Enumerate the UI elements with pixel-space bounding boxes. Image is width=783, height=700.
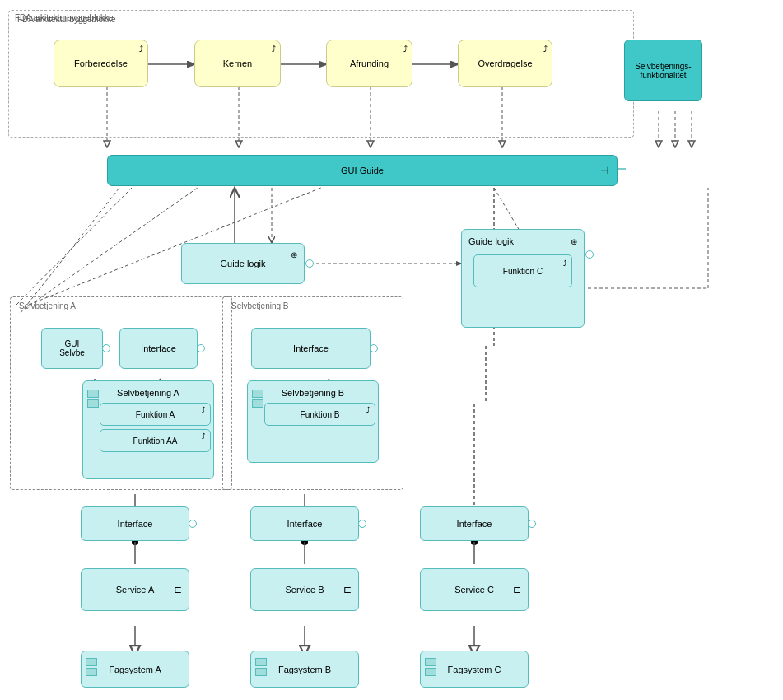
interface-a-box: Interface bbox=[119, 328, 198, 369]
interface-bottom-c-box: Interface bbox=[420, 506, 529, 541]
service-b-label: Service B bbox=[285, 585, 324, 595]
fagsystem-a-box: Fagsystem A bbox=[81, 651, 189, 688]
service-a-label: Service A bbox=[116, 585, 154, 595]
interface-b-box: Interface bbox=[251, 328, 371, 369]
interface-bottom-a-box: Interface bbox=[81, 506, 189, 541]
selvbetjening-b-container-label: Selvbetjening B bbox=[231, 301, 289, 310]
afrunding-box: Afrunding ⤴ bbox=[326, 40, 412, 87]
service-c-label: Service C bbox=[454, 585, 494, 595]
interface-bottom-b-label: Interface bbox=[287, 519, 323, 529]
funktion-b-box: Funktion B ⤴ bbox=[264, 403, 375, 426]
svg-line-36 bbox=[16, 188, 132, 305]
funktion-b-label: Funktion B bbox=[301, 410, 340, 419]
afrunding-label: Afrunding bbox=[350, 58, 389, 68]
selvbetjenings-box: Selvbetjenings- funktionalitet bbox=[624, 40, 702, 101]
svg-line-37 bbox=[25, 188, 198, 309]
interface-bottom-b-box: Interface bbox=[250, 506, 359, 541]
fagsystem-b-box: Fagsystem B bbox=[250, 651, 359, 688]
gui-selvbe-box: GUI Selvbe bbox=[41, 328, 103, 369]
interface-bottom-a-label: Interface bbox=[118, 519, 153, 529]
forberedelse-box: Forberedelse ⤴ bbox=[54, 40, 148, 87]
svg-line-35 bbox=[21, 188, 119, 313]
selvbetjening-a-inner-box: Selvbetjening A Funktion A ⤴ Funktion AA… bbox=[82, 380, 214, 479]
fagsystem-c-label: Fagsystem C bbox=[448, 665, 501, 674]
overdragelse-box: Overdragelse ⤴ bbox=[458, 40, 552, 87]
forberedelse-label: Forberedelse bbox=[74, 58, 128, 68]
selvbetjening-a-container-label: Selvbetjening A bbox=[19, 301, 76, 310]
funktion-aa-label: Funktion AA bbox=[133, 436, 178, 446]
interface-bottom-c-label: Interface bbox=[457, 519, 492, 529]
funktion-a-label: Funktion A bbox=[136, 410, 175, 419]
service-a-box: Service A ⊏ bbox=[81, 568, 189, 611]
fagsystem-c-box: Fagsystem C bbox=[420, 651, 529, 688]
guide-logik-b-label: Guide logik bbox=[468, 236, 514, 246]
fagsystem-a-label: Fagsystem A bbox=[109, 665, 161, 674]
interface-b-label: Interface bbox=[293, 343, 329, 353]
gui-guide-box: GUI Guide ⊣ bbox=[107, 155, 618, 186]
funktion-c-label: Funktion C bbox=[503, 267, 543, 276]
funktion-c-box: Funktion C ⤴ bbox=[473, 254, 572, 287]
gui-selvbe-label: GUI Selvbe bbox=[59, 339, 85, 357]
interface-a-label: Interface bbox=[141, 343, 176, 353]
overdragelse-label: Overdragelse bbox=[478, 58, 532, 68]
kernen-box: Kernen ⤴ bbox=[194, 40, 281, 87]
service-b-box: Service B ⊏ bbox=[250, 568, 359, 611]
canvas: FDA arkitekturbyggeblokke Forberedelse ⤴… bbox=[0, 0, 783, 700]
selvbetjening-b-inner-label: Selvbetjening B bbox=[282, 388, 344, 398]
funktion-aa-box: Funktion AA ⤴ bbox=[100, 429, 211, 452]
gui-guide-label: GUI Guide bbox=[341, 166, 384, 175]
guide-logik-a-label: Guide logik bbox=[220, 259, 265, 268]
guide-logik-b-box: Guide logik ⊛ Funktion C ⤴ bbox=[461, 229, 585, 328]
kernen-label: Kernen bbox=[223, 58, 252, 68]
guide-logik-a-box: Guide logik ⊛ bbox=[181, 243, 305, 284]
funktion-a-box: Funktion A ⤴ bbox=[100, 403, 211, 426]
selvbetjening-a-inner-label: Selvbetjening A bbox=[117, 388, 179, 398]
fagsystem-b-label: Fagsystem B bbox=[278, 665, 331, 674]
selvbetjenings-label: Selvbetjenings- funktionalitet bbox=[635, 62, 691, 80]
fda-title: FDA arkitekturbyggeblokke bbox=[15, 13, 114, 22]
selvbetjening-b-inner-box: Selvbetjening B Funktion B ⤴ bbox=[247, 380, 379, 463]
service-c-box: Service C ⊏ bbox=[420, 568, 529, 611]
